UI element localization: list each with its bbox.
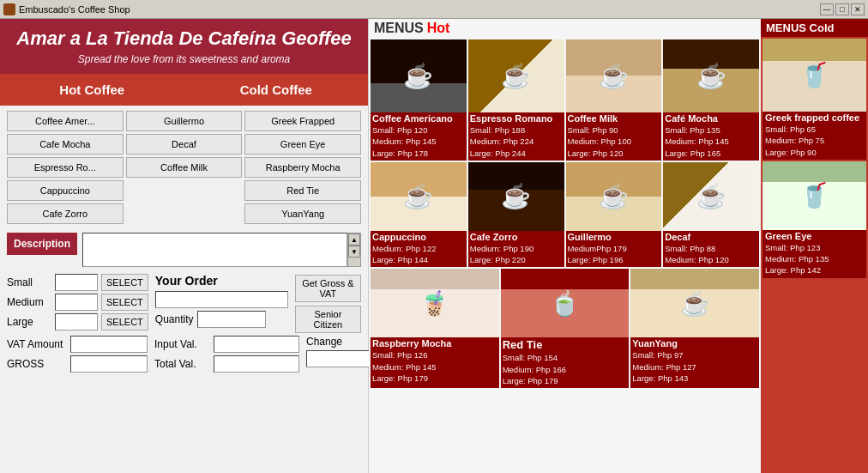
mocha-image: ☕ (663, 39, 759, 112)
hot-item-guillermo: ☕ Guillermo MediumPhp 179Large: Php 196 (566, 162, 662, 268)
small-price-input[interactable] (55, 274, 98, 291)
cold-item-greek: 🥤 Greek frapped coffee Small: Php 65Medi… (763, 39, 866, 160)
cold-section: MENUS Cold 🥤 Greek frapped coffee Small:… (761, 19, 868, 473)
form-columns: Small SELECT Medium SELECT Large SELECT (7, 274, 361, 333)
large-label: Large (7, 316, 51, 328)
titlebar-title: Embuscado's Coffee Shop (19, 4, 130, 15)
tab-cold-coffee[interactable]: Cold Coffee (184, 74, 369, 106)
decaf-image: ☕ (663, 162, 759, 231)
large-price-input[interactable] (55, 313, 98, 330)
scroll-down-btn[interactable]: ▼ (348, 246, 360, 258)
yuanyang-image: ☕ (630, 269, 759, 337)
menu-btn-yuanyang[interactable]: YuanYang (244, 203, 361, 224)
menu-btn-raspberry-mocha[interactable]: Raspberry Mocha (244, 157, 361, 178)
totalval-label: Total Val. (154, 358, 210, 370)
espresso-name: Espresso Romano (468, 112, 564, 124)
hot-header: MENUS Hot (369, 19, 761, 38)
inputval-row: Input Val. (154, 336, 299, 353)
inputval-input[interactable] (214, 336, 299, 353)
menu-buttons-section: Coffee Amer... Guillermo Greek Frapped C… (0, 106, 368, 229)
hot-items-top-grid: ☕ Coffee Americano Small: Php 120Medium:… (369, 38, 761, 162)
senior-citizen-btn[interactable]: Senior Citizen (295, 306, 361, 333)
menu-btn-coffee-milk[interactable]: Coffee Milk (126, 157, 243, 178)
inputval-label: Input Val. (154, 338, 210, 350)
mocha-prices: Small: Php 135Medium: Php 145Large: Php … (663, 124, 759, 161)
titlebar-buttons: — □ ✕ (820, 3, 865, 15)
menu-btn-cappuccino[interactable]: Cappuccino (7, 180, 124, 201)
description-area: ▲ ▼ (82, 233, 361, 267)
tab-hot-coffee[interactable]: Hot Coffee (0, 74, 184, 106)
vat-input[interactable] (70, 336, 148, 353)
small-select-btn[interactable]: SELECT (101, 274, 148, 291)
redtie-prices: Small: Php 154Medium: Php 166Large: Php … (501, 352, 630, 388)
large-select-btn[interactable]: SELECT (101, 313, 148, 330)
right-panel: MENUS Hot ☕ Coffee Americano Small: Php … (369, 19, 868, 473)
raspberry-image: 🧋 (371, 269, 499, 337)
large-row: Large SELECT (7, 313, 148, 330)
medium-price-input[interactable] (55, 294, 98, 311)
scroll-up-btn[interactable]: ▲ (348, 233, 360, 246)
yuanyang-prices: Small: Php 97Medium: Php 127Large: Php 1… (630, 349, 759, 385)
zorro-image: ☕ (468, 162, 564, 231)
small-label: Small (7, 276, 51, 288)
desc-scrollbar: ▲ ▼ (347, 233, 361, 267)
vat-row: VAT Amount (7, 336, 148, 353)
menu-btn-red-tie[interactable]: Red Tie (244, 180, 361, 201)
medium-row: Medium SELECT (7, 294, 148, 311)
hot-item-espresso: ☕ Espresso Romano Small: Php 188Medium: … (468, 39, 564, 161)
yuanyang-name: YuanYang (630, 337, 759, 349)
size-column: Small SELECT Medium SELECT Large SELECT (7, 274, 148, 333)
titlebar-left: Embuscado's Coffee Shop (3, 3, 130, 15)
redtie-name: Red Tie (501, 337, 630, 352)
app-title: Amar a La Tienda De Cafeína Geoffee (13, 27, 355, 50)
gross-input[interactable] (70, 355, 148, 373)
menu-btn-decaf[interactable]: Decaf (126, 134, 243, 155)
hot-item-mocha: ☕ Café Mocha Small: Php 135Medium: Php 1… (663, 39, 759, 161)
restore-button[interactable]: □ (835, 3, 849, 15)
zorro-name: Cafe Zorro (468, 231, 564, 243)
gross-row: GROSS (7, 355, 148, 373)
order-form: Small SELECT Medium SELECT Large SELECT (0, 270, 368, 376)
bottom-form-rows: VAT Amount GROSS Input Val. Total Val. (7, 336, 361, 373)
get-gross-vat-btn[interactable]: Get Gross & VAT (295, 275, 361, 302)
medium-select-btn[interactable]: SELECT (101, 294, 148, 311)
your-order-input[interactable] (155, 291, 288, 308)
cold-item-greeneye: 🥤 Green Eye Small: Php 123Medium: Php 13… (763, 161, 866, 278)
menu-btn-greek-frapped[interactable]: Greek Frapped (244, 111, 361, 131)
menu-btn-coffee-americano[interactable]: Coffee Amer... (7, 111, 124, 131)
titlebar: Embuscado's Coffee Shop — □ ✕ (0, 0, 868, 19)
quantity-label: Quantity (155, 313, 194, 325)
app-icon (3, 3, 15, 15)
medium-label: Medium (7, 296, 51, 308)
greek-image: 🥤 (763, 39, 866, 112)
guillermo-name: Guillermo (566, 231, 662, 243)
cappuccino-image: ☕ (371, 162, 467, 231)
decaf-prices: Small: Php 88Medium: Php 120 (663, 243, 759, 268)
greek-prices: Small: Php 65Medium: Php 75Large: Php 90 (763, 124, 866, 160)
cappuccino-name: Cappuccino (371, 231, 467, 243)
vat-label: VAT Amount (7, 338, 67, 350)
menu-btn-espresso-romano[interactable]: Espresso Ro... (7, 157, 124, 178)
coffee-type-tabs: Hot Coffee Cold Coffee (0, 74, 368, 106)
action-column: Get Gross & VAT Senior Citizen (295, 274, 361, 333)
cold-header: MENUS Cold (761, 19, 868, 37)
description-input[interactable] (82, 233, 347, 267)
raspberry-prices: Small: Php 126Medium: Php 145Large: Php … (371, 349, 499, 385)
zorro-prices: Medium: Php 190Large: Php 220 (468, 243, 564, 268)
menu-btn-guillermo[interactable]: Guillermo (126, 111, 243, 131)
description-row: Description ▲ ▼ (0, 229, 368, 270)
menu-btn-green-eye[interactable]: Green Eye (244, 134, 361, 155)
app-subtitle: Spread the love from its sweetness and a… (13, 53, 355, 65)
totalval-input[interactable] (214, 355, 299, 373)
minimize-button[interactable]: — (820, 3, 834, 15)
redtie-image: 🍵 (501, 269, 630, 337)
guillermo-prices: MediumPhp 179Large: Php 196 (566, 243, 662, 268)
quantity-input[interactable] (197, 311, 266, 328)
espresso-prices: Small: Php 188Medium: Php 224Large: Php … (468, 124, 564, 161)
gross-label: GROSS (7, 358, 67, 370)
left-panel: Amar a La Tienda De Cafeína Geoffee Spre… (0, 19, 369, 473)
menu-btn-cafe-mocha[interactable]: Cafe Mocha (7, 134, 124, 155)
menu-btn-cafe-zorro[interactable]: Cafe Zorro (7, 203, 124, 224)
close-button[interactable]: ✕ (851, 3, 865, 15)
americano-prices: Small: Php 120Medium: Php 145Large: Php … (371, 124, 467, 161)
